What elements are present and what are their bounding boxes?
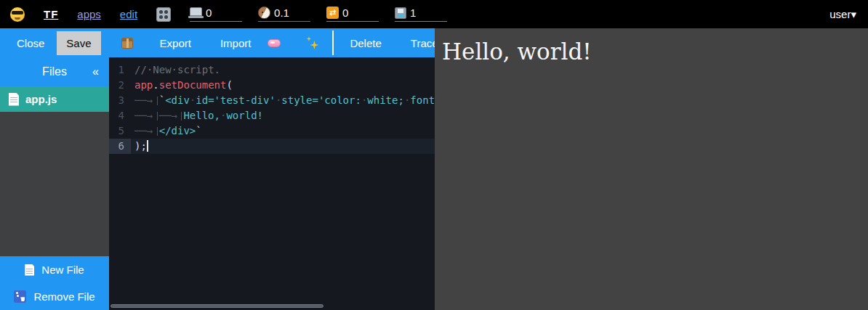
line-number: 2 <box>109 78 131 93</box>
line-number: 3 <box>109 93 131 108</box>
apps-link[interactable]: apps <box>77 8 101 20</box>
code-token: font <box>410 94 435 106</box>
code-token: id='test-div' <box>196 94 276 106</box>
repeat-value[interactable]: 0 <box>342 7 348 19</box>
code-token: </div> <box>159 125 196 136</box>
floppy-icon <box>395 7 406 19</box>
soap-icon <box>268 39 281 47</box>
sidebar-actions: New FileRemove File <box>0 256 109 310</box>
preview-text: Hello, world! <box>442 38 861 65</box>
main-area: Close Save Export Import Delete Trace <box>0 28 868 310</box>
code-line-5[interactable]: 5</div>` <box>109 123 435 139</box>
scrollbar-thumb[interactable] <box>110 304 324 308</box>
floppy-value[interactable]: 1 <box>410 7 416 19</box>
files-header: Files « <box>0 57 109 86</box>
package-button[interactable] <box>114 32 140 54</box>
code-token: <div <box>165 94 190 106</box>
package-icon <box>121 38 133 49</box>
hamster-field[interactable]: 0.1 <box>258 7 310 22</box>
line-content: ); <box>131 139 435 154</box>
code-token: setDocument <box>159 79 227 91</box>
line-number: 5 <box>109 123 131 139</box>
export-button[interactable]: Export <box>150 31 201 55</box>
delete-button[interactable]: Delete <box>340 31 390 55</box>
floppy-field[interactable]: 1 <box>395 7 447 22</box>
import-button[interactable]: Import <box>211 31 261 55</box>
tab-marker <box>134 93 159 108</box>
code-token: . <box>153 79 158 91</box>
put-litter-icon <box>14 290 26 303</box>
edit-link[interactable]: edit <box>120 8 137 20</box>
tab-marker <box>134 108 159 123</box>
sparkles-icon <box>305 36 318 49</box>
files-title: Files <box>42 65 67 78</box>
file-icon <box>9 93 19 106</box>
line-number: 1 <box>109 62 131 78</box>
smiley-sunglasses-icon[interactable] <box>10 7 25 22</box>
action-label: Remove File <box>33 290 95 303</box>
toolbar: Close Save Export Import Delete Trace <box>0 28 435 57</box>
code-token: //·New·script. <box>134 64 220 76</box>
code-line-2[interactable]: 2app.setDocument( <box>109 78 435 93</box>
code-line-3[interactable]: 3`<div·id='test-div'·style='color:·white… <box>109 93 435 108</box>
top-bar: TF apps edit 00.101 user▾ <box>0 0 868 28</box>
file-name: app.js <box>25 93 57 105</box>
laptop-value[interactable]: 0 <box>206 7 212 19</box>
line-number: 4 <box>109 108 131 123</box>
top-bar-left: TF apps edit 00.101 <box>10 7 447 22</box>
user-menu[interactable]: user▾ <box>829 8 856 21</box>
sparkles-button[interactable] <box>298 30 326 55</box>
line-content: Hello,·world! <box>131 108 435 123</box>
hamster-icon <box>258 7 270 19</box>
text-cursor <box>147 140 148 152</box>
blank-button[interactable] <box>332 30 334 55</box>
code-token: Hello, <box>183 110 220 121</box>
laptop-field[interactable]: 0 <box>190 7 242 22</box>
code-token: ); <box>134 140 147 152</box>
editor-column: Close Save Export Import Delete Trace <box>0 28 435 310</box>
code-token: world! <box>226 110 263 121</box>
laptop-icon <box>190 7 202 16</box>
code-token: app <box>134 79 153 91</box>
line-content: `<div·id='test-div'·style='color:·white;… <box>131 93 435 108</box>
code-token: white; <box>367 94 404 106</box>
code-line-6[interactable]: 6); <box>109 139 435 154</box>
action-label: New File <box>41 264 84 276</box>
file-item-app.js[interactable]: app.js <box>0 86 109 112</box>
code-line-1[interactable]: 1//·New·script. <box>109 62 435 78</box>
new-file-button[interactable]: New File <box>0 256 109 283</box>
repeat-icon <box>326 7 339 19</box>
code-editor[interactable]: 1//·New·script.2app.setDocument(3`<div·i… <box>109 57 435 310</box>
document-icon <box>25 264 34 276</box>
soap-button[interactable] <box>260 33 288 53</box>
file-list: app.js <box>0 86 109 112</box>
line-number: 6 <box>109 139 131 154</box>
tf-link[interactable]: TF <box>44 8 58 20</box>
remove-file-button[interactable]: Remove File <box>0 283 109 310</box>
horizontal-scrollbar <box>110 304 433 309</box>
tab-marker <box>159 108 184 123</box>
close-button[interactable]: Close <box>7 31 54 55</box>
code-token: ` <box>159 94 165 106</box>
control-knobs-icon[interactable] <box>156 7 171 22</box>
app-window: TF apps edit 00.101 user▾ Close Save Exp… <box>0 0 868 310</box>
workspace: Files « app.js New FileRemove File 1//·N… <box>0 57 435 310</box>
line-content: </div>` <box>131 123 435 139</box>
tab-marker <box>134 123 159 139</box>
code-line-4[interactable]: 4Hello,·world! <box>109 108 435 123</box>
line-content: app.setDocument( <box>131 78 435 93</box>
code-area: 1//·New·script.2app.setDocument(3`<div·i… <box>109 57 435 154</box>
topbar-stats: 00.101 <box>190 7 447 22</box>
line-content: //·New·script. <box>131 62 435 78</box>
save-button[interactable]: Save <box>57 31 100 55</box>
collapse-sidebar-button[interactable]: « <box>92 65 99 78</box>
code-token: style='color: <box>281 94 361 106</box>
files-sidebar: Files « app.js New FileRemove File <box>0 57 109 310</box>
code-token: ` <box>196 125 201 136</box>
repeat-field[interactable]: 0 <box>326 7 379 22</box>
preview-pane: Hello, world! <box>435 28 868 310</box>
sidebar-empty-area <box>0 112 109 256</box>
hamster-value[interactable]: 0.1 <box>274 7 289 19</box>
code-token: ( <box>226 79 232 91</box>
